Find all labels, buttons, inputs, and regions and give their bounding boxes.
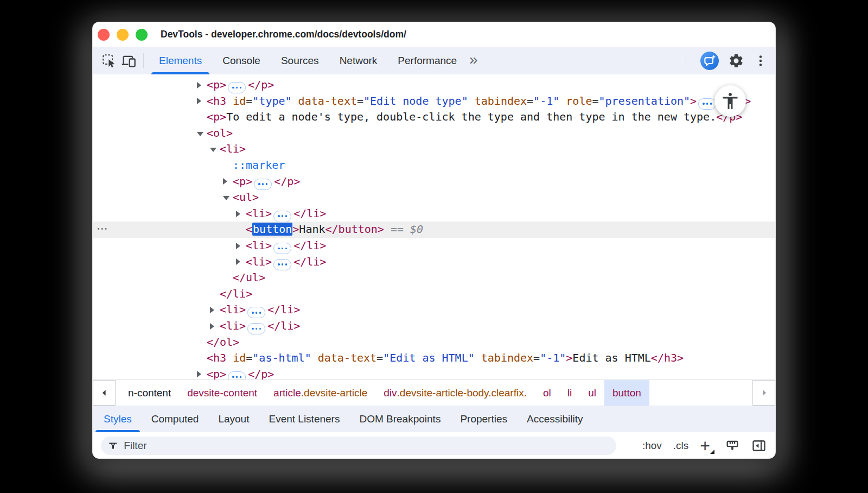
disclosure-expanded-icon[interactable] xyxy=(197,132,203,136)
dom-node-row[interactable]: </ol> xyxy=(93,334,775,351)
expand-inline-icon[interactable] xyxy=(228,371,246,380)
breadcrumb-item-n-content[interactable]: n-content xyxy=(120,380,179,406)
code-token-tag: <p> xyxy=(207,110,226,123)
dom-node-row[interactable]: <li></li> xyxy=(93,238,775,254)
expand-inline-icon[interactable] xyxy=(273,243,291,254)
dom-node-row[interactable]: </li> xyxy=(93,286,775,302)
dom-node-row[interactable]: </ul> xyxy=(93,270,775,286)
breadcrumb-text: n-content xyxy=(128,387,171,399)
code-token-tag: > xyxy=(690,94,697,108)
kebab-menu-icon[interactable] xyxy=(754,54,768,68)
disclosure-collapsed-icon[interactable] xyxy=(197,371,201,377)
code-token-tag: <li> xyxy=(246,207,272,220)
expand-inline-icon[interactable] xyxy=(247,323,265,334)
zoom-icon[interactable] xyxy=(136,29,148,41)
accessibility-person-icon[interactable] xyxy=(714,85,746,117)
filter-input[interactable] xyxy=(124,440,610,452)
minimize-icon[interactable] xyxy=(117,29,129,41)
code-token-tag: </h3> xyxy=(651,351,684,364)
dom-node-row[interactable]: <h3 id="as-html" data-text="Edit as HTML… xyxy=(93,350,775,366)
disclosure-collapsed-icon[interactable] xyxy=(236,211,240,217)
dock-side-icon[interactable] xyxy=(751,438,767,453)
code-token-val: "Edit as HTML" xyxy=(383,351,475,364)
dom-node-row[interactable]: <p></p> xyxy=(93,77,775,93)
styles-filter-field[interactable] xyxy=(101,437,616,455)
sidebar-tab-dom-breakpoints[interactable]: DOM Breakpoints xyxy=(349,406,450,432)
code-token-eq: = xyxy=(246,94,252,108)
disclosure-expanded-icon[interactable] xyxy=(210,148,216,152)
dom-node-row[interactable]: <ol> xyxy=(93,125,775,142)
code-token-val: "Edit node type" xyxy=(363,94,468,108)
breadcrumb-item-li[interactable]: li xyxy=(559,380,580,406)
breadcrumb-item-ol[interactable]: ol xyxy=(535,380,559,406)
element-classes-button[interactable]: .cls xyxy=(673,440,689,452)
expand-inline-icon[interactable] xyxy=(254,179,272,190)
tab-network[interactable]: Network xyxy=(329,47,388,74)
disclosure-collapsed-icon[interactable] xyxy=(210,323,214,330)
dom-node-row[interactable]: <li></li> xyxy=(93,206,775,222)
disclosure-expanded-icon[interactable] xyxy=(223,196,229,200)
sidebar-tab-layout[interactable]: Layout xyxy=(208,406,259,432)
disclosure-collapsed-icon[interactable] xyxy=(236,243,240,249)
breadcrumb-item-article-devsite-article[interactable]: article.devsite-article xyxy=(265,380,375,406)
sidebar-tab-accessibility[interactable]: Accessibility xyxy=(517,406,592,432)
sidebar-tab-styles[interactable]: Styles xyxy=(94,406,142,432)
breadcrumb-item-ul[interactable]: ul xyxy=(580,380,604,406)
expand-inline-icon[interactable] xyxy=(228,82,246,93)
breadcrumb-item-button[interactable]: button xyxy=(604,380,649,406)
close-icon[interactable] xyxy=(98,29,110,41)
ai-assistance-icon[interactable] xyxy=(700,52,719,70)
dom-node-row[interactable]: <li></li> xyxy=(93,318,775,334)
disclosure-collapsed-icon[interactable] xyxy=(210,307,214,313)
tab-elements[interactable]: Elements xyxy=(149,47,212,74)
tab-sources[interactable]: Sources xyxy=(271,47,329,74)
breadcrumb-item-div-devsite-article-body-clearfix[interactable]: div.devsite-article-body.clearfix. xyxy=(375,380,535,406)
expand-inline-icon[interactable] xyxy=(273,259,291,270)
dom-node-row[interactable]: ⋯<button>Hank</button> == $0 xyxy=(93,222,775,238)
sidebar-tab-event-listeners[interactable]: Event Listeners xyxy=(259,406,349,432)
sidebar-tab-properties[interactable]: Properties xyxy=(450,406,517,432)
code-token-tag: </button> xyxy=(326,223,384,236)
code-token-attr: role xyxy=(559,94,592,108)
tab-performance[interactable]: Performance xyxy=(387,47,467,74)
dom-node-row[interactable]: ::marker xyxy=(93,157,775,174)
code-token-tag: </li> xyxy=(267,319,300,332)
breadcrumb-text: .devsite-article xyxy=(301,387,368,399)
disclosure-collapsed-icon[interactable] xyxy=(197,82,201,89)
code-token-attr: id xyxy=(226,351,246,364)
disclosure-collapsed-icon[interactable] xyxy=(223,178,227,185)
window-title: DevTools - developer.chrome.com/docs/dev… xyxy=(161,29,406,40)
more-tabs-icon[interactable]: » xyxy=(469,51,478,71)
dom-node-row[interactable]: <li></li> xyxy=(93,254,775,270)
dom-node-row[interactable]: <h3 id="type" data-text="Edit node type"… xyxy=(93,93,775,110)
dom-node-row[interactable]: <li> xyxy=(93,141,775,157)
device-toolbar-icon[interactable] xyxy=(119,51,138,71)
disclosure-collapsed-icon[interactable] xyxy=(197,98,201,104)
panel-tabs: ElementsConsoleSourcesNetworkPerformance xyxy=(149,47,467,74)
styles-toolbar-controls: :hov .cls + xyxy=(642,438,775,454)
dom-node-row[interactable]: <ul> xyxy=(93,189,775,206)
paint-brush-icon[interactable] xyxy=(725,438,740,453)
row-overflow-icon[interactable]: ⋯ xyxy=(97,221,108,237)
disclosure-collapsed-icon[interactable] xyxy=(236,258,240,265)
inspect-cursor-icon[interactable] xyxy=(99,51,119,71)
dom-node-row[interactable]: <p></p> xyxy=(93,174,775,190)
dom-node-row[interactable]: <li></li> xyxy=(93,302,775,318)
tab-console[interactable]: Console xyxy=(212,47,271,74)
expand-inline-icon[interactable] xyxy=(247,307,265,318)
new-style-rule-button[interactable]: + xyxy=(700,438,710,454)
toggle-element-state-button[interactable]: :hov xyxy=(642,440,662,452)
chevron-left-icon[interactable] xyxy=(93,380,116,406)
code-token-eq: = xyxy=(592,94,598,108)
chevron-right-icon[interactable] xyxy=(752,380,775,406)
expand-inline-icon[interactable] xyxy=(273,211,291,222)
code-token-eq: = xyxy=(357,94,363,108)
breadcrumb-item-devsite-content[interactable]: devsite-content xyxy=(179,380,265,406)
code-token-val: "-1" xyxy=(540,351,566,364)
settings-gear-icon[interactable] xyxy=(728,53,744,69)
sidebar-tab-computed[interactable]: Computed xyxy=(142,406,209,432)
dom-node-row[interactable]: <p>To edit a node's type, double-click t… xyxy=(93,109,775,125)
code-token-txt: Hank xyxy=(299,223,325,236)
dom-node-row[interactable]: <p></p> xyxy=(93,366,775,380)
expand-inline-icon[interactable] xyxy=(698,98,716,110)
